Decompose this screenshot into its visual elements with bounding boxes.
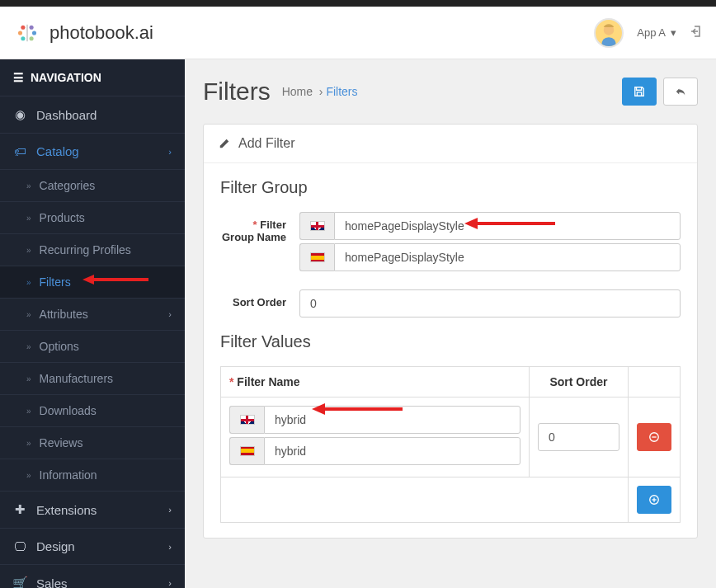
- chevron-right-icon: ›: [168, 505, 172, 515]
- logo[interactable]: photobook.ai: [13, 19, 153, 47]
- chevron-right-icon: ›: [168, 309, 172, 319]
- flag-es-icon: [299, 243, 334, 271]
- filter-group-name-en[interactable]: [334, 212, 681, 240]
- main-content: Filters Home › Filters Add Filter Filter: [185, 59, 716, 588]
- flag-gb-icon: [229, 406, 264, 434]
- chevron-right-icon: ›: [168, 542, 172, 552]
- sidebar-item-catalog[interactable]: 🏷 Catalog ›: [0, 133, 185, 169]
- add-filter-button[interactable]: [637, 486, 671, 514]
- header: photobook.ai App A ▾: [0, 7, 716, 59]
- sidebar-item-options[interactable]: »Options: [0, 330, 185, 362]
- brand-name: photobook.ai: [49, 22, 153, 44]
- sidebar-item-manufacturers[interactable]: »Manufacturers: [0, 362, 185, 394]
- svg-point-0: [21, 25, 25, 29]
- panel-heading: Add Filter: [204, 125, 697, 163]
- sub-icon: »: [26, 246, 31, 255]
- reply-icon: [675, 86, 686, 97]
- save-icon: [634, 86, 645, 97]
- pencil-icon: [219, 138, 230, 149]
- sub-icon: »: [26, 407, 31, 416]
- svg-marker-9: [82, 275, 94, 285]
- filter-group-name-es[interactable]: [334, 243, 681, 271]
- caret-down-icon: ▾: [671, 26, 676, 39]
- chevron-right-icon: ›: [168, 578, 172, 588]
- page-title: Filters: [203, 78, 271, 106]
- sidebar-item-reviews[interactable]: »Reviews: [0, 426, 185, 459]
- th-filter-name: * Filter Name: [221, 367, 530, 397]
- sidebar-item-sales[interactable]: 🛒 Sales ›: [0, 564, 185, 588]
- svg-point-2: [21, 36, 25, 40]
- sub-icon: »: [26, 342, 31, 351]
- sub-icon: »: [26, 181, 31, 191]
- svg-point-1: [18, 31, 22, 35]
- brain-logo-icon: [13, 19, 41, 47]
- sidebar-item-recurring[interactable]: »Recurring Profiles: [0, 233, 185, 266]
- panel: Add Filter Filter Group * Filter Group N…: [203, 124, 698, 539]
- annotation-arrow: [82, 271, 148, 288]
- back-button[interactable]: [663, 78, 698, 106]
- sub-icon: »: [26, 278, 31, 287]
- minus-circle-icon: [648, 431, 660, 443]
- save-button[interactable]: [622, 78, 657, 106]
- th-sort-order: Sort Order: [530, 367, 629, 397]
- breadcrumb: Home › Filters: [282, 85, 358, 98]
- filter-values-table: * Filter Name Sort Order: [220, 366, 681, 523]
- svg-point-4: [32, 31, 36, 35]
- sidebar-item-information[interactable]: »Information: [0, 459, 185, 491]
- logout-icon[interactable]: [690, 25, 703, 40]
- sort-order-label: Sort Order: [220, 289, 299, 318]
- tag-icon: 🏷: [13, 144, 26, 158]
- page-header: Filters Home › Filters: [203, 78, 698, 106]
- sidebar-item-products[interactable]: »Products: [0, 201, 185, 233]
- filter-values-title: Filter Values: [220, 332, 681, 351]
- avatar[interactable]: [594, 18, 624, 48]
- flag-gb-icon: [299, 212, 334, 240]
- sidebar-item-design[interactable]: 🖵 Design ›: [0, 528, 185, 564]
- filter-name-es[interactable]: [264, 437, 521, 465]
- svg-point-5: [30, 36, 34, 40]
- sidebar-item-dashboard[interactable]: ◉ Dashboard: [0, 96, 185, 133]
- filter-group-label: * Filter Group Name: [220, 212, 299, 275]
- chevron-right-icon: ›: [168, 147, 172, 157]
- sub-icon: »: [26, 439, 31, 448]
- remove-filter-button[interactable]: [637, 423, 671, 451]
- puzzle-icon: ✚: [13, 502, 26, 517]
- sidebar: ☰ NAVIGATION ◉ Dashboard 🏷 Catalog › »Ca…: [0, 59, 185, 588]
- breadcrumb-home[interactable]: Home: [282, 85, 313, 98]
- sort-order-input[interactable]: [299, 289, 681, 318]
- cart-icon: 🛒: [13, 576, 26, 588]
- filter-name-en[interactable]: [264, 406, 521, 434]
- dashboard-icon: ◉: [13, 107, 26, 122]
- breadcrumb-filters[interactable]: Filters: [326, 85, 357, 98]
- sub-icon: »: [26, 310, 31, 319]
- sidebar-item-filters[interactable]: »Filters: [0, 266, 185, 298]
- sidebar-item-attributes[interactable]: »Attributes›: [0, 298, 185, 330]
- hamburger-icon: ☰: [13, 71, 24, 84]
- plus-circle-icon: [648, 494, 660, 506]
- sub-icon: »: [26, 374, 31, 383]
- sidebar-item-categories[interactable]: »Categories: [0, 169, 185, 201]
- table-row: [221, 397, 681, 477]
- sidebar-item-downloads[interactable]: »Downloads: [0, 394, 185, 426]
- filter-sort-order[interactable]: [538, 423, 619, 451]
- user-name: App A: [637, 26, 666, 39]
- user-dropdown[interactable]: App A ▾: [637, 26, 676, 39]
- sub-icon: »: [26, 471, 31, 480]
- filter-group-title: Filter Group: [220, 178, 681, 197]
- nav-header: ☰ NAVIGATION: [0, 59, 185, 96]
- desktop-icon: 🖵: [13, 539, 26, 553]
- sub-icon: »: [26, 214, 31, 223]
- svg-point-3: [30, 25, 34, 29]
- flag-es-icon: [229, 437, 264, 465]
- sidebar-item-extensions[interactable]: ✚ Extensions ›: [0, 491, 185, 528]
